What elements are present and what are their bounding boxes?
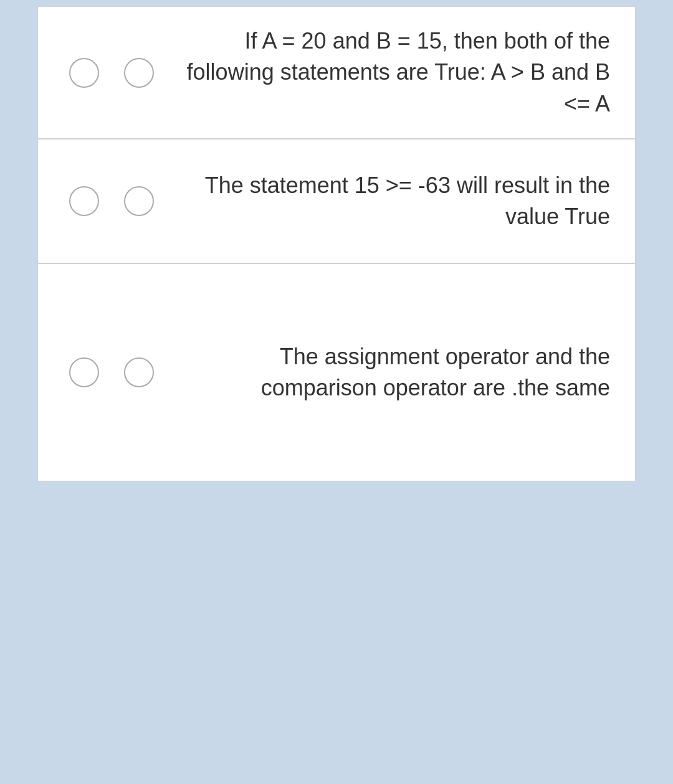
quiz-container: If A = 20 and B = 15, then both of the f… bbox=[37, 6, 636, 481]
radio-button-q2-a[interactable] bbox=[69, 186, 99, 216]
radio-button-q1-b[interactable] bbox=[124, 58, 154, 88]
quiz-row: The statement 15 >= -63 will result in t… bbox=[37, 139, 636, 263]
radio-group bbox=[50, 357, 179, 387]
radio-button-q3-b[interactable] bbox=[124, 357, 154, 387]
question-text-2: The statement 15 >= -63 will result in t… bbox=[179, 170, 623, 233]
quiz-row: If A = 20 and B = 15, then both of the f… bbox=[37, 6, 636, 139]
radio-button-q3-a[interactable] bbox=[69, 357, 99, 387]
radio-button-q1-a[interactable] bbox=[69, 58, 99, 88]
radio-button-q2-b[interactable] bbox=[124, 186, 154, 216]
radio-group bbox=[50, 186, 179, 216]
radio-group bbox=[50, 58, 179, 88]
question-text-3: The assignment operator and the comparis… bbox=[179, 341, 623, 404]
quiz-row: The assignment operator and the comparis… bbox=[37, 263, 636, 481]
question-text-1: If A = 20 and B = 15, then both of the f… bbox=[179, 26, 623, 120]
